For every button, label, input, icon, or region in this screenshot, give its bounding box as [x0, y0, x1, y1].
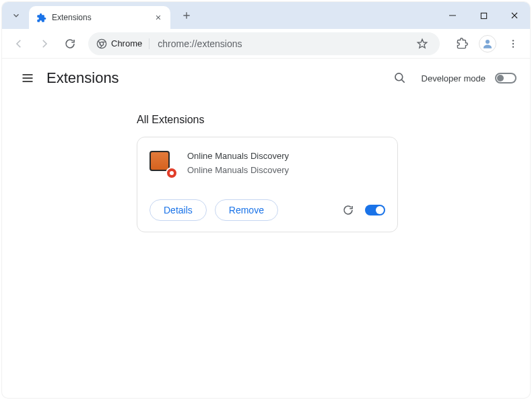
forward-button[interactable]	[33, 32, 56, 55]
content-body: All Extensions Online Manuals Discovery …	[2, 98, 530, 232]
svg-point-7	[395, 73, 403, 81]
hamburger-menu-button[interactable]	[15, 66, 40, 90]
developer-mode-toggle[interactable]	[495, 73, 517, 84]
extension-actions-right	[341, 203, 385, 218]
omnibox-actions	[413, 34, 432, 53]
close-window-button[interactable]	[499, 2, 530, 29]
section-title: All Extensions	[137, 114, 530, 126]
menu-button[interactable]	[502, 32, 525, 55]
content-header-right: Developer mode	[388, 66, 517, 90]
page-title: Extensions	[46, 69, 119, 87]
puzzle-icon	[36, 12, 46, 23]
search-extensions-button[interactable]	[388, 66, 412, 90]
browser-tab[interactable]: Extensions	[29, 6, 170, 29]
extension-card: Online Manuals Discovery Online Manuals …	[137, 137, 398, 232]
extension-main: Online Manuals Discovery Online Manuals …	[149, 151, 385, 176]
chrome-chip-label: Chrome	[111, 38, 142, 48]
minimize-button[interactable]	[437, 2, 468, 29]
profile-button[interactable]	[476, 32, 499, 55]
omnibox[interactable]: Chrome chrome://extensions	[88, 32, 440, 55]
chrome-origin-chip: Chrome	[96, 38, 149, 49]
book-icon	[149, 151, 170, 171]
tab-search-button[interactable]	[6, 6, 26, 25]
reload-extension-button[interactable]	[341, 203, 356, 218]
window-controls	[437, 2, 530, 29]
svg-point-4	[512, 40, 514, 41]
tab-title: Extensions	[52, 13, 147, 22]
remove-button[interactable]: Remove	[215, 199, 278, 221]
titlebar: Extensions	[2, 2, 530, 29]
maximize-button[interactable]	[468, 2, 499, 29]
svg-point-6	[512, 46, 514, 47]
reload-button[interactable]	[59, 32, 81, 55]
tab-close-button[interactable]	[153, 12, 164, 23]
extension-description: Online Manuals Discovery	[187, 165, 385, 175]
chrome-icon	[96, 38, 107, 49]
new-tab-button[interactable]	[177, 6, 196, 25]
avatar-icon	[479, 35, 496, 53]
toolbar: Chrome chrome://extensions	[2, 29, 530, 59]
details-button[interactable]: Details	[149, 199, 207, 221]
extension-badge-icon	[166, 167, 178, 179]
url-text: chrome://extensions	[158, 38, 242, 49]
developer-mode-label: Developer mode	[422, 73, 486, 84]
svg-point-1	[97, 39, 106, 48]
extensions-button[interactable]	[451, 32, 473, 55]
content-header: Extensions Developer mode	[2, 59, 530, 98]
svg-rect-0	[481, 13, 486, 18]
back-button[interactable]	[7, 32, 30, 55]
extension-info: Online Manuals Discovery Online Manuals …	[187, 151, 385, 176]
extension-icon	[149, 151, 175, 176]
bookmark-star-button[interactable]	[413, 34, 432, 53]
extension-name: Online Manuals Discovery	[187, 151, 385, 161]
extension-enable-toggle[interactable]	[365, 205, 385, 215]
browser-window: Extensions	[1, 1, 531, 399]
svg-point-3	[486, 40, 490, 44]
toolbar-right	[451, 32, 525, 55]
svg-point-5	[512, 42, 514, 44]
titlebar-left: Extensions	[2, 2, 196, 29]
extension-actions: Details Remove	[149, 199, 385, 221]
